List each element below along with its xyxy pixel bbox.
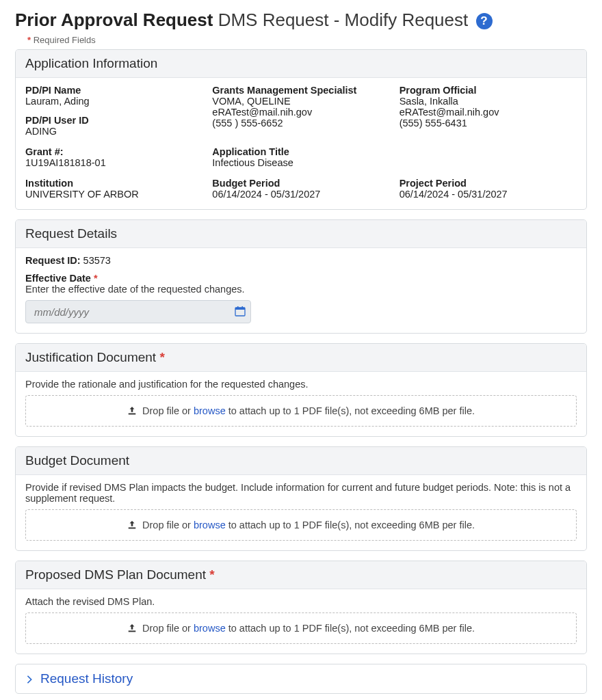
upload-icon bbox=[127, 405, 140, 416]
proposed-dms-help: Attach the revised DMS Plan. bbox=[25, 596, 577, 607]
request-details-header: Request Details bbox=[16, 220, 586, 248]
drop-text-suffix: to attach up to 1 PDF file(s), not excee… bbox=[226, 623, 475, 634]
grant-value: 1U19AI181818-01 bbox=[25, 157, 202, 168]
app-title-label: Application Title bbox=[212, 146, 389, 157]
project-period-label: Project Period bbox=[400, 178, 577, 189]
gms-block: Grants Management Specialist VOMA, QUELI… bbox=[212, 85, 389, 137]
svg-rect-4 bbox=[129, 414, 136, 415]
browse-link[interactable]: browse bbox=[194, 520, 226, 530]
app-title-value: Infectious Disease bbox=[212, 157, 389, 168]
pdpi-name-label: PD/PI Name bbox=[25, 85, 202, 96]
page-title-main: Prior Approval Request bbox=[15, 10, 213, 30]
justification-help: Provide the rationale and justification … bbox=[25, 379, 577, 390]
upload-icon bbox=[127, 623, 140, 634]
pdpi-name-value: Lauram, Ading bbox=[25, 96, 202, 107]
drop-text-prefix: Drop file or bbox=[142, 520, 194, 530]
asterisk-icon: * bbox=[209, 567, 214, 582]
po-block: Program Official Sasla, Inkalla eRATest@… bbox=[400, 85, 577, 137]
grant-block: Grant #: 1U19AI181818-01 bbox=[25, 146, 202, 168]
svg-rect-5 bbox=[129, 528, 136, 529]
pdpi-user-label: PD/PI User ID bbox=[25, 115, 202, 126]
request-id-row: Request ID: 53573 bbox=[25, 255, 577, 266]
asterisk-icon: * bbox=[159, 350, 164, 364]
asterisk-icon: * bbox=[27, 35, 31, 45]
gms-label: Grants Management Specialist bbox=[212, 85, 389, 96]
po-phone: (555) 555-6431 bbox=[400, 118, 577, 129]
proposed-dms-header: Proposed DMS Plan Document * bbox=[16, 561, 586, 589]
budget-doc-panel: Budget Document Provide if revised DMS P… bbox=[15, 446, 587, 551]
request-id-value: 53573 bbox=[83, 255, 111, 266]
application-info-panel: Application Information PD/PI Name Laura… bbox=[15, 49, 587, 210]
request-details-panel: Request Details Request ID: 53573 Effect… bbox=[15, 219, 587, 334]
grant-label: Grant #: bbox=[25, 146, 202, 157]
effective-date-input[interactable] bbox=[25, 300, 251, 323]
request-id-label: Request ID: bbox=[25, 255, 81, 266]
budget-period-label: Budget Period bbox=[212, 178, 389, 189]
help-icon[interactable]: ? bbox=[476, 13, 493, 29]
effective-date-label: Effective Date bbox=[25, 273, 91, 284]
browse-link[interactable]: browse bbox=[194, 405, 226, 416]
gms-email: eRATest@mail.nih.gov bbox=[212, 107, 389, 118]
required-note-text: Required Fields bbox=[34, 35, 96, 45]
effective-date-field-wrap bbox=[25, 300, 251, 323]
institution-value: UNIVERSITY OF ARBOR bbox=[25, 189, 202, 200]
upload-icon bbox=[127, 520, 140, 530]
budget-doc-help: Provide if revised DMS Plan impacts the … bbox=[25, 482, 577, 504]
po-name: Sasla, Inkalla bbox=[400, 96, 577, 107]
asterisk-icon: * bbox=[94, 273, 98, 284]
drop-text-suffix: to attach up to 1 PDF file(s), not excee… bbox=[226, 520, 475, 530]
budget-dropzone[interactable]: Drop file or browse to attach up to 1 PD… bbox=[25, 509, 577, 541]
proposed-dms-panel: Proposed DMS Plan Document * Attach the … bbox=[15, 561, 587, 654]
project-period-block: Project Period 06/14/2024 - 05/31/2027 bbox=[400, 178, 577, 200]
pdpi-name-block: PD/PI Name Lauram, Ading PD/PI User ID A… bbox=[25, 85, 202, 137]
browse-link[interactable]: browse bbox=[194, 623, 226, 634]
effective-date-help: Enter the effective date of the requeste… bbox=[25, 284, 577, 295]
budget-period-value: 06/14/2024 - 05/31/2027 bbox=[212, 189, 389, 200]
po-email: eRATest@mail.nih.gov bbox=[400, 107, 577, 118]
proposed-dms-dropzone[interactable]: Drop file or browse to attach up to 1 PD… bbox=[25, 612, 577, 644]
app-title-block: Application Title Infectious Disease bbox=[212, 146, 389, 168]
application-info-header: Application Information bbox=[16, 50, 586, 78]
page-title-sub: DMS Request - Modify Request bbox=[218, 10, 469, 30]
justification-dropzone[interactable]: Drop file or browse to attach up to 1 PD… bbox=[25, 395, 577, 427]
drop-text-prefix: Drop file or bbox=[142, 405, 194, 416]
project-period-value: 06/14/2024 - 05/31/2027 bbox=[400, 189, 577, 200]
justification-header-text: Justification Document bbox=[25, 350, 156, 364]
institution-label: Institution bbox=[25, 178, 202, 189]
institution-block: Institution UNIVERSITY OF ARBOR bbox=[25, 178, 202, 200]
gms-name: VOMA, QUELINE bbox=[212, 96, 389, 107]
proposed-dms-header-text: Proposed DMS Plan Document bbox=[25, 567, 206, 582]
drop-text-suffix: to attach up to 1 PDF file(s), not excee… bbox=[226, 405, 475, 416]
po-label: Program Official bbox=[400, 85, 577, 96]
budget-doc-header: Budget Document bbox=[16, 447, 586, 475]
gms-phone: (555 ) 555-6652 bbox=[212, 118, 389, 129]
drop-text-prefix: Drop file or bbox=[142, 623, 194, 634]
budget-period-block: Budget Period 06/14/2024 - 05/31/2027 bbox=[212, 178, 389, 200]
justification-header: Justification Document * bbox=[16, 344, 586, 372]
pdpi-user-value: ADING bbox=[25, 126, 202, 137]
request-history-panel: Request History bbox=[15, 664, 587, 694]
request-history-toggle[interactable]: Request History bbox=[16, 664, 586, 693]
required-note: * Required Fields bbox=[27, 35, 587, 45]
justification-panel: Justification Document * Provide the rat… bbox=[15, 343, 587, 437]
request-history-title: Request History bbox=[40, 671, 133, 686]
page-title: Prior Approval Request DMS Request - Mod… bbox=[15, 10, 587, 31]
effective-date-row: Effective Date * bbox=[25, 273, 577, 284]
chevron-right-icon bbox=[25, 672, 34, 686]
svg-rect-6 bbox=[129, 631, 136, 632]
